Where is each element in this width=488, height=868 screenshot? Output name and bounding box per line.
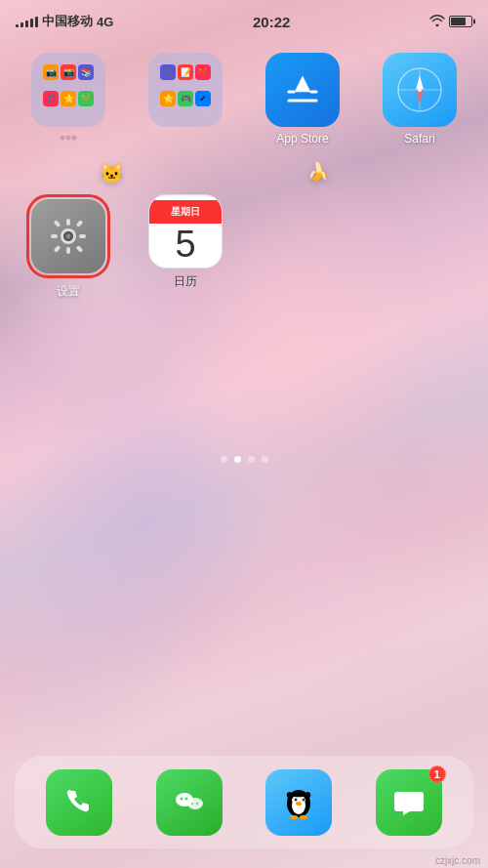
app-row-1: 📷 📸 📚 🎵 ⭐ 💚 🎵	[20, 53, 468, 145]
app-settings[interactable]: 设置	[20, 194, 117, 300]
empty-cell-1	[254, 194, 328, 269]
svg-point-0	[61, 136, 65, 141]
svg-rect-19	[76, 220, 84, 227]
page-dots	[20, 456, 468, 463]
calendar-label: 日历	[174, 273, 197, 290]
folder-2-icon: 🎵 📝 ❤️ ⭐ 🎮 ✓	[148, 53, 223, 127]
app-folder-1[interactable]: 📷 📸 📚 🎵 ⭐ 💚	[20, 53, 117, 145]
svg-rect-21	[76, 245, 84, 253]
settings-icon	[31, 199, 105, 273]
svg-point-36	[296, 802, 302, 806]
status-bar: 中国移动 4G 20:22	[0, 0, 488, 43]
svg-rect-16	[51, 234, 58, 238]
dock-messages[interactable]: 1	[376, 769, 442, 836]
svg-point-34	[295, 798, 298, 801]
svg-marker-10	[416, 90, 424, 104]
svg-point-37	[290, 815, 298, 819]
svg-rect-17	[79, 234, 86, 238]
network-label: 4G	[97, 15, 113, 29]
svg-rect-20	[54, 245, 61, 253]
svg-point-2	[72, 136, 77, 141]
signal-icon	[16, 16, 38, 27]
deco-cat: 🐱	[100, 161, 124, 185]
dock-phone[interactable]	[46, 769, 112, 836]
app-safari[interactable]: Safari	[371, 53, 468, 145]
battery-icon	[449, 16, 472, 27]
status-left: 中国移动 4G	[16, 13, 113, 30]
svg-point-29	[195, 802, 198, 805]
messages-badge: 1	[428, 765, 446, 783]
svg-rect-15	[66, 247, 70, 254]
dock: 1	[15, 756, 473, 848]
calendar-day-name: 星期日	[149, 200, 222, 224]
calendar-date: 5	[175, 226, 195, 263]
page-dot-1[interactable]	[221, 456, 227, 463]
watermark: czjxjc.com	[435, 855, 480, 866]
dock-wechat[interactable]	[156, 769, 223, 836]
deco-banana: 🍌	[307, 161, 329, 183]
home-screen: 📷 📸 📚 🎵 ⭐ 💚 🎵	[0, 43, 488, 868]
svg-rect-18	[54, 220, 61, 227]
page-dot-2[interactable]	[234, 456, 241, 463]
svg-rect-14	[66, 219, 70, 226]
app-appstore[interactable]: App Store	[254, 53, 351, 145]
empty-cell-2	[371, 194, 445, 269]
svg-marker-9	[416, 75, 424, 90]
svg-point-38	[300, 815, 307, 819]
safari-label: Safari	[404, 132, 434, 145]
page-dot-3[interactable]	[248, 456, 255, 463]
svg-point-35	[303, 798, 305, 801]
svg-point-26	[180, 797, 183, 800]
app-row-2: 设置 星期日 5 日历	[20, 194, 468, 300]
app-folder-2[interactable]: 🎵 📝 ❤️ ⭐ 🎮 ✓	[137, 53, 234, 145]
svg-point-1	[66, 136, 71, 141]
folder-1-icon: 📷 📸 📚 🎵 ⭐ 💚	[31, 53, 105, 127]
appstore-icon	[265, 53, 340, 127]
svg-point-25	[187, 798, 203, 809]
phone-icon	[46, 769, 112, 836]
qq-icon	[265, 769, 332, 836]
wifi-icon	[429, 15, 445, 29]
appstore-label: App Store	[276, 132, 328, 145]
svg-point-11	[418, 88, 422, 92]
dock-qq[interactable]	[265, 769, 332, 836]
svg-point-28	[190, 802, 193, 805]
page-dot-4[interactable]	[262, 456, 268, 463]
wechat-icon	[156, 769, 223, 836]
status-right	[429, 15, 472, 29]
svg-point-27	[184, 797, 187, 800]
app-calendar[interactable]: 星期日 5 日历	[137, 194, 234, 300]
carrier-label: 中国移动	[42, 13, 93, 30]
time-display: 20:22	[253, 14, 290, 30]
svg-point-23	[66, 234, 71, 239]
safari-icon	[383, 53, 457, 127]
settings-label: 设置	[57, 283, 80, 300]
calendar-icon: 星期日 5	[148, 194, 223, 269]
